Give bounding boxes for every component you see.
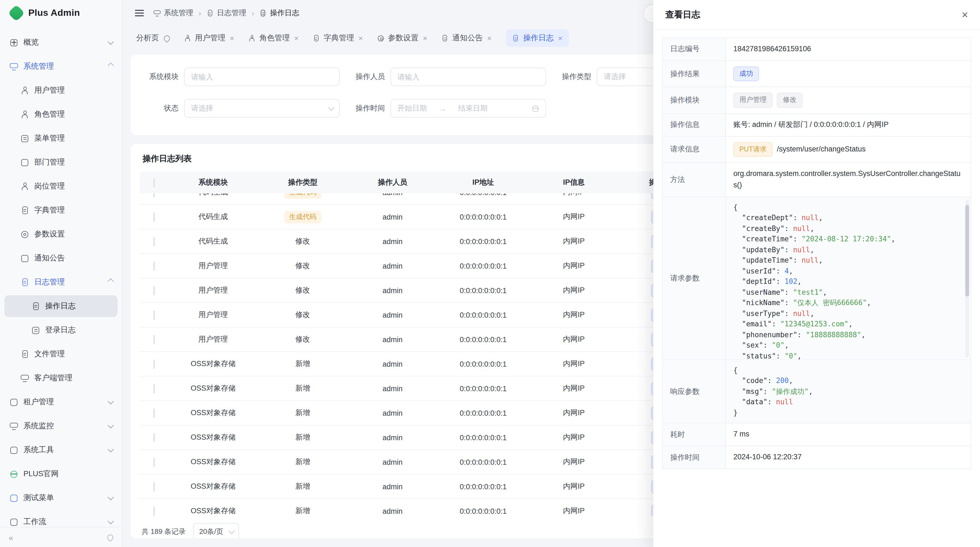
cell-type: 修改	[258, 236, 348, 246]
sidebar-bottom-bar: «	[0, 527, 122, 547]
chevron-down-icon	[108, 39, 114, 45]
sidebar-item-11[interactable]: 操作日志	[4, 295, 118, 317]
cell-type: 修改	[258, 310, 348, 320]
sidebar-item-0[interactable]: 概览	[4, 32, 118, 53]
row-checkbox[interactable]	[154, 335, 154, 344]
tab-用户管理[interactable]: 用户管理×	[184, 33, 234, 43]
row-checkbox[interactable]	[154, 433, 154, 442]
scrollbar-thumb[interactable]	[965, 205, 969, 297]
sidebar-item-7[interactable]: 字典管理	[4, 199, 118, 221]
row-checkbox[interactable]	[154, 359, 154, 368]
row-checkbox[interactable]	[154, 384, 154, 393]
value-log-id: 1842781986426159106	[726, 38, 971, 61]
sidebar-item-9[interactable]: 通知公告	[4, 247, 118, 269]
row-checkbox[interactable]	[154, 310, 154, 319]
cell-user: admin	[348, 458, 437, 466]
log-details: 日志编号 1842781986426159106 操作结果 成功 操作模块 用户…	[662, 38, 971, 469]
column-header: 操作人员	[348, 178, 437, 187]
code-line: "email": "12345@1253.com",	[733, 319, 963, 330]
menu-toggle-icon[interactable]	[135, 10, 144, 16]
sidebar-item-4[interactable]: 菜单管理	[4, 128, 118, 149]
monitor-icon	[21, 374, 29, 382]
row-checkbox[interactable]	[154, 506, 154, 516]
close-tab-icon[interactable]: ×	[423, 34, 427, 43]
sidebar-item-12[interactable]: 登录日志	[4, 319, 118, 341]
close-icon[interactable]: ×	[962, 9, 968, 20]
tab-字典管理[interactable]: 字典管理×	[313, 33, 363, 43]
operator-input[interactable]	[390, 67, 546, 86]
cell-user: admin	[348, 213, 437, 221]
sidebar-item-6[interactable]: 岗位管理	[4, 175, 118, 197]
close-tab-icon[interactable]: ×	[230, 34, 234, 43]
filter-label-status: 状态	[144, 104, 178, 113]
breadcrumb-item[interactable]: 日志管理	[207, 8, 247, 18]
request-params-json: { "createDept": null, "createBy": null, …	[726, 197, 971, 360]
sidebar-item-5[interactable]: 部门管理	[4, 152, 118, 173]
close-tab-icon[interactable]: ×	[358, 34, 363, 43]
row-checkbox[interactable]	[154, 482, 154, 491]
tab-通知公告[interactable]: 通知公告×	[442, 33, 492, 43]
row-checkbox[interactable]	[154, 408, 154, 418]
cell-ip: 0:0:0:0:0:0:0:1	[437, 335, 529, 343]
code-line: "createDept": null,	[733, 213, 963, 223]
pin-icon[interactable]	[162, 34, 171, 42]
row-checkbox-cell	[139, 458, 169, 466]
sidebar-item-label: 用户管理	[34, 86, 65, 95]
cell-ip-info: 内网IP	[529, 408, 619, 418]
module-input[interactable]	[184, 67, 340, 86]
sidebar-item-13[interactable]: 文件管理	[4, 343, 118, 365]
select-all-checkbox[interactable]	[154, 178, 154, 187]
row-checkbox[interactable]	[154, 261, 154, 271]
tab-参数设置[interactable]: 参数设置×	[377, 33, 427, 43]
close-tab-icon[interactable]: ×	[294, 34, 298, 43]
logo[interactable]: Plus Admin	[0, 0, 122, 26]
column-header: IP信息	[529, 178, 619, 187]
sidebar-item-16[interactable]: 系统监控	[4, 415, 118, 437]
value-method: org.dromara.system.controller.system.Sys…	[726, 163, 971, 197]
tab-分析页[interactable]: 分析页	[136, 33, 170, 43]
tab-操作日志[interactable]: 操作日志×	[506, 29, 569, 47]
chevron-down-icon	[328, 105, 334, 111]
sidebar-item-20[interactable]: 工作流	[4, 511, 118, 527]
cell-ip: 0:0:0:0:0:0:0:1	[437, 384, 529, 392]
cell-ip: 0:0:0:0:0:0:0:1	[437, 434, 529, 442]
time-range-picker[interactable]: 开始日期 → 结束日期	[390, 99, 546, 118]
pin-sidebar-icon[interactable]	[106, 533, 115, 541]
cell-ip: 0:0:0:0:0:0:0:1	[437, 237, 529, 246]
close-tab-icon[interactable]: ×	[487, 34, 492, 43]
status-select[interactable]: 请选择	[184, 99, 340, 118]
row-checkbox[interactable]	[154, 193, 154, 197]
sidebar-item-1[interactable]: 系统管理	[4, 56, 118, 77]
breadcrumb-item[interactable]: 系统管理	[154, 8, 193, 18]
sidebar-nav: 概览系统管理用户管理角色管理菜单管理部门管理岗位管理字典管理参数设置通知公告日志…	[0, 26, 122, 527]
tool-icon	[10, 446, 18, 454]
value-module: 用户管理 修改	[726, 88, 971, 113]
sidebar-item-14[interactable]: 客户端管理	[4, 367, 118, 389]
code-line: "userId": 4,	[733, 266, 963, 276]
tab-角色管理[interactable]: 角色管理×	[248, 33, 298, 43]
cell-ip: 0:0:0:0:0:0:0:1	[437, 311, 529, 319]
cell-user: admin	[348, 507, 437, 515]
sidebar-item-2[interactable]: 用户管理	[4, 80, 118, 101]
collapse-sidebar-icon[interactable]: «	[9, 533, 13, 542]
doc-icon	[259, 10, 267, 17]
sidebar-item-3[interactable]: 角色管理	[4, 104, 118, 125]
sidebar-item-17[interactable]: 系统工具	[4, 439, 118, 461]
sidebar-item-15[interactable]: 租户管理	[4, 391, 118, 413]
row-checkbox[interactable]	[154, 212, 154, 222]
sidebar-item-19[interactable]: 测试菜单	[4, 487, 118, 509]
row-checkbox[interactable]	[154, 286, 154, 295]
row-checkbox[interactable]	[154, 458, 154, 467]
sidebar-item-8[interactable]: 参数设置	[4, 223, 118, 245]
sidebar-item-10[interactable]: 日志管理	[4, 271, 118, 293]
cell-user: admin	[348, 360, 437, 368]
close-tab-icon[interactable]: ×	[558, 34, 562, 43]
page-size-select[interactable]: 20条/页	[193, 523, 239, 538]
sidebar-item-label: PLUS官网	[24, 469, 59, 479]
row-checkbox[interactable]	[154, 237, 154, 246]
cell-module: OSS对象存储	[169, 359, 258, 369]
row-checkbox-cell	[139, 384, 169, 392]
breadcrumb-item[interactable]: 操作日志	[259, 8, 299, 18]
sidebar-item-18[interactable]: PLUS官网	[4, 463, 118, 485]
type-badge: 生成代码	[284, 193, 321, 199]
